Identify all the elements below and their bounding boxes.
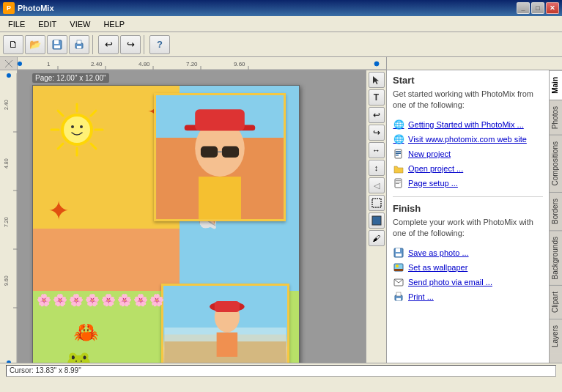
finish-title: Finish	[393, 203, 543, 214]
svg-point-41	[80, 125, 83, 128]
side-content: Start Get started working with PhotoMix …	[387, 70, 549, 363]
vertical-tabs: Main Photos Compositions Borders Backgro…	[549, 70, 562, 363]
svg-rect-70	[396, 254, 402, 256]
side-panel: Start Get started working with PhotoMix …	[386, 70, 562, 363]
app-title: PhotoMix	[18, 4, 54, 12]
tab-compositions[interactable]: Compositions	[550, 135, 562, 192]
flower-3: 🌸	[69, 293, 84, 308]
svg-line-36	[58, 111, 63, 116]
canvas-area: Page: 12.00" x 12.00"	[18, 70, 386, 363]
tool-flip-h[interactable]: ↔	[369, 142, 385, 158]
flower-8: 🌸	[149, 293, 164, 308]
tool-back[interactable]: ◁	[369, 177, 385, 193]
close-button[interactable]: ✕	[546, 2, 559, 14]
tab-main[interactable]: Main	[550, 70, 562, 100]
svg-point-17	[18, 62, 22, 66]
svg-point-18	[374, 62, 379, 66]
svg-rect-4	[77, 40, 81, 44]
menu-view[interactable]: VIEW	[63, 18, 97, 31]
tool-redo[interactable]: ↪	[369, 125, 385, 141]
photo-1	[154, 93, 286, 221]
crab-clipart: 🦀	[73, 320, 99, 344]
action-print[interactable]: Print ...	[393, 289, 543, 304]
tool-paint[interactable]: 🖌	[369, 230, 385, 246]
svg-text:4.80: 4.80	[138, 61, 150, 67]
title-bar-left: P PhotoMix	[3, 2, 54, 14]
tb-new-btn[interactable]: 🗋	[3, 35, 23, 54]
page-canvas: ✦ ✦ 🐚 🐚	[32, 85, 300, 363]
svg-rect-2	[54, 45, 60, 48]
tb-save-btn[interactable]	[47, 35, 67, 54]
flower-7: 🌸	[133, 293, 148, 308]
svg-point-73	[396, 265, 399, 267]
maximize-button[interactable]: □	[531, 2, 544, 14]
action-set-wallpaper[interactable]: Set as wallpaper	[393, 260, 543, 275]
action-page-setup[interactable]: Page setup ...	[393, 176, 543, 191]
tb-help-btn[interactable]: ?	[149, 35, 170, 54]
svg-point-29	[7, 360, 11, 363]
minimize-button[interactable]: _	[517, 2, 530, 14]
tab-layers[interactable]: Layers	[550, 319, 562, 353]
svg-text:9.60: 9.60	[234, 61, 245, 67]
svg-rect-48	[222, 147, 239, 158]
tab-photos[interactable]: Photos	[550, 100, 562, 135]
svg-rect-76	[396, 292, 401, 296]
ruler-horizontal: 1 2.40 4.80 7.20 9.60	[18, 57, 386, 70]
tb-redo-btn[interactable]: ↪	[120, 35, 141, 54]
tab-backgrounds[interactable]: Backgrounds	[550, 230, 562, 285]
finish-desc: Complete your work with PhotoMix with on…	[393, 217, 543, 240]
toolbar: 🗋 📂 ↩ ↪ ?	[0, 32, 562, 57]
svg-line-39	[58, 144, 63, 149]
tool-fill[interactable]	[369, 212, 385, 229]
svg-rect-66	[396, 182, 401, 182]
svg-rect-63	[396, 155, 399, 156]
svg-rect-47	[201, 147, 218, 158]
ruler-side-spacer	[386, 57, 562, 70]
ruler-row: 1 2.40 4.80 7.20 9.60	[0, 57, 562, 70]
tool-text[interactable]: T	[369, 89, 385, 106]
tool-select[interactable]	[369, 72, 385, 88]
action-getting-started[interactable]: 🌐 Getting Started with PhotoMix ...	[393, 117, 543, 132]
action-visit-web[interactable]: 🌐 Visit www.photomix.com web site	[393, 132, 543, 147]
svg-point-31	[64, 117, 90, 143]
tool-undo[interactable]: ↩	[369, 107, 385, 123]
tool-crop[interactable]	[369, 195, 385, 211]
action-save-photo[interactable]: Save as photo ...	[393, 245, 543, 260]
flower-5: 🌸	[101, 293, 116, 308]
toolbar-separator-1	[92, 35, 95, 54]
tb-print-btn[interactable]	[69, 35, 89, 54]
svg-text:4.80: 4.80	[4, 158, 9, 169]
svg-rect-50	[199, 177, 241, 219]
svg-text:1: 1	[47, 61, 51, 67]
toolbar-separator-2	[144, 35, 147, 54]
action-send-email[interactable]: Send photo via email ...	[393, 275, 543, 289]
tb-open-btn[interactable]: 📂	[25, 35, 45, 54]
ruler-corner	[0, 57, 18, 70]
svg-text:2.40: 2.40	[4, 100, 9, 110]
svg-point-28	[7, 73, 11, 78]
tab-clipart[interactable]: Clipart	[550, 285, 562, 319]
cursor-label: Cursor: 13.83" x 8.99"	[10, 366, 81, 374]
visit-web-icon: 🌐	[393, 133, 404, 145]
send-email-icon	[393, 276, 404, 288]
app-icon: P	[3, 2, 15, 14]
svg-rect-77	[396, 298, 401, 300]
svg-rect-61	[396, 151, 401, 152]
open-project-icon	[393, 163, 404, 174]
svg-rect-1	[54, 40, 59, 44]
tool-flip-v[interactable]: ↕	[369, 160, 385, 176]
action-open-project[interactable]: Open project ...	[393, 161, 543, 176]
menu-edit[interactable]: EDIT	[32, 18, 63, 31]
action-new-project[interactable]: New project	[393, 147, 543, 161]
svg-line-37	[91, 144, 96, 149]
menu-help[interactable]: HELP	[97, 18, 131, 31]
child-photo-2-bg	[163, 286, 287, 363]
menu-bar: FILE EDIT VIEW HELP	[0, 16, 562, 32]
save-photo-icon	[393, 247, 404, 259]
section-divider	[393, 196, 543, 197]
tb-undo-btn[interactable]: ↩	[98, 35, 119, 54]
tab-borders[interactable]: Borders	[550, 192, 562, 230]
menu-file[interactable]: FILE	[1, 18, 32, 31]
title-bar: P PhotoMix _ □ ✕	[0, 0, 562, 16]
flower-4: 🌸	[85, 293, 100, 308]
